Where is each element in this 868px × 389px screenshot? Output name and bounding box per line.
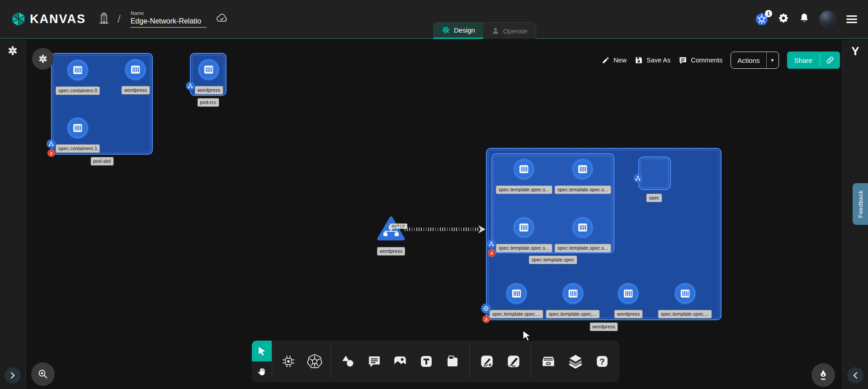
error-count-badge[interactable]: 3 <box>488 249 495 257</box>
user-avatar[interactable] <box>819 10 836 28</box>
tab-design[interactable]: Design <box>434 23 483 39</box>
container-node[interactable] <box>618 283 639 304</box>
pod-shape-badge-icon <box>487 239 496 248</box>
group-label: pod-skd <box>90 157 113 166</box>
comments-label: Comments <box>691 57 722 64</box>
container-node[interactable] <box>513 217 535 238</box>
container-node[interactable] <box>67 117 89 139</box>
tab-design-label: Design <box>454 26 475 34</box>
collapsed-node-indicator[interactable] <box>32 48 54 70</box>
node-container: spec.containers.0 <box>56 59 100 95</box>
container-icon <box>518 222 530 233</box>
edge-arrowhead-icon <box>477 224 486 234</box>
mode-tabs: Design Operate <box>433 22 536 39</box>
group-pod-skd[interactable]: spec.containers.0 wordpress <box>51 53 153 155</box>
components-tool-button[interactable] <box>279 352 298 371</box>
text-tool-button[interactable] <box>417 352 436 371</box>
container-icon <box>577 222 589 233</box>
sticky-note-icon <box>445 354 460 369</box>
freehand-tool-button[interactable] <box>504 352 523 371</box>
container-node[interactable] <box>505 283 527 304</box>
node-container: spec.template.spec.s... <box>555 158 611 194</box>
service-label: wordpress <box>377 247 406 256</box>
node-label: spec.template.spec.s... <box>496 185 552 194</box>
group-label: wordpress <box>590 323 618 331</box>
tab-operate[interactable]: Operate <box>483 23 536 39</box>
container-node[interactable] <box>572 217 594 238</box>
layers-tool-button[interactable] <box>566 352 585 371</box>
shapes-tool-button[interactable] <box>339 352 358 371</box>
design-canvas[interactable]: New Save As Comments Actions <box>0 40 868 389</box>
k8s-context-switcher[interactable]: 1 <box>755 12 769 26</box>
pen-path-icon <box>479 354 495 369</box>
comments-button[interactable]: Comments <box>679 56 722 65</box>
save-as-button[interactable]: Save As <box>635 56 670 64</box>
container-node[interactable] <box>674 283 696 304</box>
copy-link-icon[interactable] <box>820 56 840 65</box>
question-mark-icon: ? <box>594 354 610 369</box>
pod-shape-badge-icon <box>47 139 56 148</box>
feedback-tab[interactable]: Feedback <box>853 183 868 225</box>
group-spec-template-spec[interactable]: spec.template.spec.s... spec.template.sp… <box>491 153 614 253</box>
node-label: spec.template.spec.s... <box>555 185 611 194</box>
node-label: spec.containers.0 <box>56 86 100 95</box>
zoom-button[interactable] <box>31 362 55 386</box>
select-tool-button[interactable] <box>252 341 272 361</box>
image-tool-button[interactable] <box>391 352 410 371</box>
container-node[interactable] <box>125 59 146 81</box>
kanvas-logo: KANVAS <box>11 11 86 27</box>
layers-icon <box>567 353 584 370</box>
pen-tool-button[interactable] <box>477 352 496 371</box>
container-node[interactable] <box>67 59 89 81</box>
design-name-input[interactable] <box>131 16 207 28</box>
actions-label: Actions <box>731 57 766 64</box>
expand-right-panel-button[interactable] <box>847 367 863 384</box>
kubernetes-tool-button[interactable] <box>305 352 324 371</box>
error-count-badge[interactable]: 3 <box>482 315 490 323</box>
designs-panel-icon[interactable] <box>7 45 18 58</box>
settings-gear-icon[interactable] <box>778 13 789 25</box>
pencil-scribble-icon <box>506 354 521 369</box>
pan-tool-button[interactable] <box>252 361 272 382</box>
yaml-panel-toggle[interactable]: Y <box>851 44 859 58</box>
share-split-button[interactable]: Share <box>787 52 840 69</box>
mouse-cursor <box>522 330 531 341</box>
container-node[interactable] <box>198 59 220 81</box>
group-deployment-wordpress[interactable]: spec.template.spec.s... spec.template.sp… <box>486 148 722 320</box>
container-node[interactable] <box>572 158 594 180</box>
container-node[interactable] <box>513 158 535 180</box>
container-node[interactable] <box>562 283 584 304</box>
hamburger-menu-icon[interactable] <box>846 15 857 23</box>
group-pod-rcc[interactable]: wordpress pod-rcc <box>190 53 226 96</box>
comment-tool-button[interactable] <box>365 352 384 371</box>
kubernetes-wheel-icon <box>307 353 323 370</box>
group-label: spec.template.spec <box>529 256 577 264</box>
logo-text: KANVAS <box>30 12 86 26</box>
service-node[interactable]: wordpress <box>377 216 405 256</box>
pod-shape-badge-icon <box>186 81 195 90</box>
node-spec[interactable] <box>638 157 671 190</box>
drawer-icon <box>540 354 557 369</box>
node-label: spec.template.spec.... <box>658 310 712 318</box>
workspace-icon[interactable] <box>99 12 109 26</box>
canvas-toolbar: ? <box>252 341 619 382</box>
error-count-badge[interactable]: 2 <box>47 149 55 157</box>
pen-mode-button[interactable] <box>811 363 835 387</box>
node-label: spec.template.spec.... <box>546 310 600 318</box>
help-tool-button[interactable]: ? <box>593 352 612 371</box>
app-header: KANVAS / Name <box>0 0 868 39</box>
container-icon <box>567 288 579 299</box>
edge-dashed-line <box>405 228 478 231</box>
actions-caret-icon[interactable]: ▾ <box>767 57 778 63</box>
actions-split-button[interactable]: Actions ▾ <box>731 52 778 69</box>
expand-left-panel-button[interactable] <box>5 367 21 384</box>
operate-tab-icon <box>491 27 500 35</box>
drawer-tool-button[interactable] <box>539 352 558 371</box>
new-button[interactable]: New <box>602 56 627 64</box>
node-label: spec.template.spec.s... <box>555 244 611 252</box>
node-container: spec.template.spec.s... <box>555 217 611 252</box>
notifications-bell-icon[interactable] <box>799 13 809 25</box>
note-tool-button[interactable] <box>443 352 462 371</box>
node-label: spec.containers.1 <box>56 144 100 153</box>
kanvas-logo-icon <box>11 11 26 27</box>
